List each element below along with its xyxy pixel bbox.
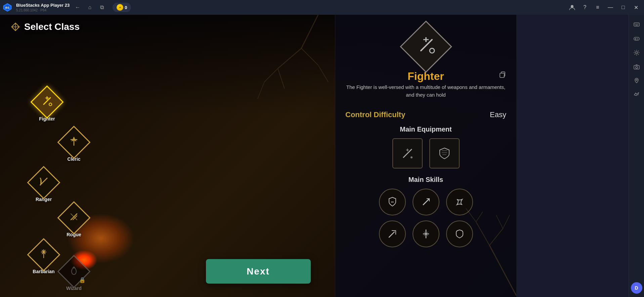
skills-row-1 [345,189,506,215]
skill-sword-strike[interactable] [413,189,439,215]
lock-icon: 🔒 [79,277,86,283]
class-description: The Fighter is well-versed with a multit… [345,84,506,99]
class-item-barbarian[interactable]: Barbarian [30,241,57,278]
help-button[interactable]: ? [579,1,591,13]
select-class-header: Select Class [10,21,80,32]
copy-icon[interactable] [499,71,506,81]
svg-point-27 [430,48,434,53]
svg-text:BS: BS [5,6,10,9]
class-item-fighter[interactable]: Fighter [34,89,60,125]
app-version: 5.21.660.1042 · P64 [16,8,70,12]
skill-lunge[interactable] [379,220,406,247]
home-button[interactable]: ⌂ [84,2,95,13]
coins-display: ✦ 0 [113,3,131,12]
right-panel: Fighter The Fighter is well-versed with … [335,15,516,297]
titlebar: BS BlueStacks App Player 23 5.21.660.104… [0,0,644,15]
close-button[interactable]: ✕ [630,1,642,13]
skill-armor[interactable] [446,220,473,247]
svg-point-71 [636,79,637,81]
settings-icon-button[interactable] [630,46,643,59]
equipment-items [345,138,506,168]
fighter-big-icon [416,35,436,59]
rogue-icon [68,211,80,225]
skill-pierce[interactable] [413,220,439,247]
account-button[interactable] [566,1,578,13]
svg-point-67 [637,39,638,40]
wizard-icon [69,265,79,278]
minimize-button[interactable]: — [604,1,616,13]
main-skills-section: Main Skills [345,176,506,252]
fighter-class-diamond [404,25,448,68]
svg-line-44 [489,245,516,296]
app-title: BlueStacks App Player 23 [16,3,70,8]
main-equipment-section: Main Equipment [345,126,506,168]
skills-row-2 [345,220,506,247]
equipment-sword [392,138,423,168]
control-difficulty-value: Easy [490,110,506,119]
control-difficulty-section: Control Difficulty Easy [345,110,506,119]
coin-icon: ✦ [117,4,123,11]
equipment-shield [429,138,460,168]
skill-shield-bash[interactable] [379,189,406,215]
svg-point-70 [636,66,638,68]
svg-point-68 [636,52,638,54]
barbarian-icon [38,248,49,262]
gamepad-icon-button[interactable] [630,32,643,45]
game-area: Select Class Fighter [0,15,516,297]
svg-point-32 [411,156,413,158]
header-diamond-icon [10,21,21,32]
svg-rect-58 [634,23,639,26]
location-icon-button[interactable] [630,75,643,87]
camera-icon-button[interactable] [630,60,643,73]
svg-rect-64 [634,37,639,40]
fighter-icon [41,95,53,109]
menu-button[interactable]: ≡ [592,1,604,13]
bluestacks-logo: BS [0,0,15,15]
svg-point-10 [49,103,52,106]
cleric-icon [68,136,80,149]
back-button[interactable]: ← [72,2,83,13]
ranger-icon [38,176,49,190]
titlebar-nav: ← ⌂ ⧉ [72,2,107,13]
coin-count: 0 [125,5,127,10]
discord-button[interactable]: D [631,282,642,294]
keyboard-icon-button[interactable] [630,18,643,31]
main-skills-label: Main Skills [345,176,506,184]
copy-button[interactable]: ⧉ [96,2,107,13]
svg-point-3 [571,5,573,8]
main-equipment-label: Main Equipment [345,126,506,133]
next-button[interactable]: Next [206,259,311,284]
svg-line-37 [389,232,394,237]
page-title: Select Class [24,21,80,32]
class-item-rogue[interactable]: Rogue [60,204,87,241]
class-item-wizard[interactable]: 🔒 Wizard [60,258,87,294]
svg-rect-28 [500,73,504,78]
class-item-ranger[interactable]: Ranger [30,169,57,205]
control-difficulty-label: Control Difficulty [345,110,405,119]
right-sidebar: D [629,15,644,297]
class-item-cleric[interactable]: Cleric [60,129,87,165]
airplane-icon-button[interactable] [630,89,643,101]
maximize-button[interactable]: □ [617,1,629,13]
window-controls: ? ≡ — □ ✕ [566,1,644,13]
skill-slash[interactable] [446,189,473,215]
class-panel-name: Fighter [335,70,516,83]
